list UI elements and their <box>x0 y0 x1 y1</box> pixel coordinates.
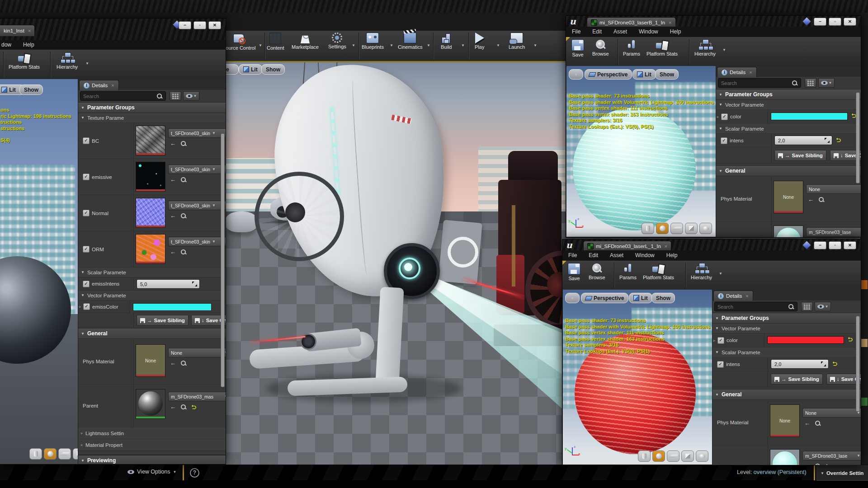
launch-button[interactable]: Launch <box>509 33 525 50</box>
hierarchy-caret-icon[interactable]: ▼ <box>722 48 726 52</box>
phys-material-thumbnail[interactable]: None <box>136 344 165 377</box>
close-button[interactable]: ✕ <box>844 241 856 249</box>
override-settings-panel[interactable]: ▼ Override Settin <box>816 465 868 481</box>
texture-thumbnail[interactable] <box>136 162 165 192</box>
plane-shape-button[interactable] <box>670 223 683 234</box>
texture-asset-dropdown[interactable]: t_SFDrone03_skin▼ <box>168 128 226 138</box>
menu-help[interactable]: Help <box>664 27 687 36</box>
expand-icon[interactable]: ▹ <box>717 115 719 119</box>
value-scrub-icon[interactable] <box>825 138 830 143</box>
section-lightmass-settings[interactable]: ▹Lightmass Settin <box>78 427 226 439</box>
menu-window[interactable]: Window <box>633 27 664 36</box>
search-input[interactable] <box>80 91 166 101</box>
search-input[interactable] <box>718 78 801 88</box>
use-selected-icon[interactable]: ← <box>170 213 176 219</box>
minimize-button[interactable]: – <box>179 21 191 29</box>
scalar-value-input[interactable] <box>777 137 806 144</box>
save-sibling-button[interactable]: → Save Sibling <box>774 150 826 161</box>
build-button[interactable]: Build <box>441 33 452 50</box>
use-selected-icon[interactable]: ← <box>170 141 176 146</box>
browse-to-asset-icon[interactable] <box>181 249 186 255</box>
menu-help[interactable]: Help <box>660 251 684 260</box>
show-button[interactable]: Show <box>19 84 43 95</box>
cylinder-shape-button[interactable] <box>642 223 654 234</box>
menu-help[interactable]: Help <box>17 40 40 49</box>
menu-asset[interactable]: Asset <box>604 251 629 260</box>
override-checkbox[interactable]: ✓ <box>717 337 724 344</box>
show-button[interactable]: Show <box>655 69 679 80</box>
visibility-filter-button[interactable]: ▼ <box>818 78 835 88</box>
visibility-filter-button[interactable]: ▼ <box>183 91 199 101</box>
phys-material-dropdown[interactable]: None▼ <box>806 184 861 194</box>
section-general[interactable]: ▼General <box>712 389 861 400</box>
show-button[interactable]: Show <box>651 293 675 303</box>
group-texture-parameters[interactable]: ▼Texture Parame <box>78 113 226 123</box>
value-scrub-icon[interactable] <box>821 361 826 366</box>
group-vector-parameters[interactable]: ▼Vector Paramete <box>712 324 861 333</box>
menu-window[interactable]: dow <box>0 40 17 49</box>
cinematics-caret-icon[interactable]: ▼ <box>427 43 430 47</box>
content-button[interactable]: Content <box>267 33 284 51</box>
details-scrollbar[interactable] <box>856 92 860 183</box>
maximize-button[interactable]: ▫ <box>829 18 841 26</box>
main-show-button[interactable]: Show <box>261 64 285 75</box>
scalar-value-field[interactable] <box>774 136 832 145</box>
parent-material-dropdown[interactable]: m_SFDrone03_lase▼ <box>802 451 861 460</box>
browse-to-asset-icon[interactable] <box>815 464 821 465</box>
close-tab-icon[interactable]: × <box>745 293 748 299</box>
hierarchy-caret-icon[interactable]: ▼ <box>719 272 722 276</box>
minimize-button[interactable]: – <box>814 18 826 26</box>
group-scalar-parameters[interactable]: ▼Scalar Paramete <box>716 124 861 134</box>
preview-viewport[interactable]: ▼ Perspective Lit Show Base pass shader:… <box>566 66 716 237</box>
play-button[interactable]: Play <box>475 33 484 50</box>
use-selected-icon[interactable]: ← <box>808 197 814 202</box>
texture-thumbnail[interactable] <box>136 126 165 155</box>
browse-button[interactable]: Browse <box>589 263 605 280</box>
perspective-button[interactable]: Perspective <box>585 69 632 80</box>
lit-button[interactable]: Lit <box>629 293 652 303</box>
cube-shape-button[interactable] <box>685 223 698 234</box>
teapot-shape-button[interactable] <box>696 450 708 462</box>
reset-to-default-icon[interactable]: ⮌ <box>836 138 841 142</box>
browse-to-asset-icon[interactable] <box>181 177 186 183</box>
settings-button[interactable]: Settings <box>328 33 346 49</box>
save-button[interactable]: Save <box>571 39 584 57</box>
source-control-button[interactable]: Source Control <box>222 33 255 51</box>
cylinder-shape-button[interactable] <box>29 448 42 460</box>
reset-to-default-icon[interactable]: ⮌ <box>848 337 853 342</box>
preview-viewport[interactable]: ▼ Perspective Lit Show Base pass shader:… <box>563 290 712 465</box>
menu-file[interactable]: File <box>566 27 586 36</box>
source-control-caret-icon[interactable]: ▼ <box>259 43 262 47</box>
plane-shape-button[interactable] <box>58 448 71 460</box>
scalar-value-input[interactable] <box>774 361 802 367</box>
maximize-button[interactable]: ▫ <box>829 241 841 249</box>
use-selected-icon[interactable]: ← <box>170 404 176 410</box>
close-button[interactable]: ✕ <box>208 21 221 29</box>
browse-to-asset-icon[interactable] <box>819 197 824 202</box>
section-parameter-groups[interactable]: ▼Parameter Groups <box>78 102 226 113</box>
use-selected-icon[interactable]: ← <box>170 249 176 255</box>
hierarchy-button[interactable]: Hierarchy <box>694 39 716 56</box>
section-parameter-groups[interactable]: ▼Parameter Groups <box>712 313 861 324</box>
perspective-button[interactable]: Perspective <box>581 293 628 303</box>
cylinder-shape-button[interactable] <box>638 450 651 462</box>
override-checkbox[interactable]: ✓ <box>721 113 728 120</box>
use-selected-icon[interactable]: ← <box>170 361 176 366</box>
override-checkbox[interactable]: ✓ <box>83 174 90 180</box>
details-tab[interactable]: i Details × <box>713 291 753 301</box>
browse-to-asset-icon[interactable] <box>815 421 821 426</box>
details-scrollbar[interactable] <box>221 133 225 387</box>
parent-material-thumbnail[interactable] <box>136 389 165 419</box>
display-filter-button[interactable] <box>805 78 816 88</box>
parent-material-dropdown[interactable]: m_SFDrone03_mas▼ <box>168 392 226 401</box>
launch-caret-icon[interactable]: ▼ <box>533 43 537 47</box>
close-tab-icon[interactable]: × <box>665 244 667 249</box>
plane-shape-button[interactable] <box>667 450 679 462</box>
override-checkbox[interactable]: ✓ <box>721 137 727 144</box>
sphere-shape-button[interactable] <box>656 223 669 234</box>
blueprints-button[interactable]: Blueprints <box>362 33 384 50</box>
texture-thumbnail[interactable] <box>136 198 165 228</box>
asset-tab-laserB[interactable]: mi_SFDrone03_laserB_1_In × <box>587 17 676 27</box>
override-checkbox[interactable]: ✓ <box>83 303 90 310</box>
reset-to-default-icon[interactable]: ⮌ <box>832 361 837 366</box>
